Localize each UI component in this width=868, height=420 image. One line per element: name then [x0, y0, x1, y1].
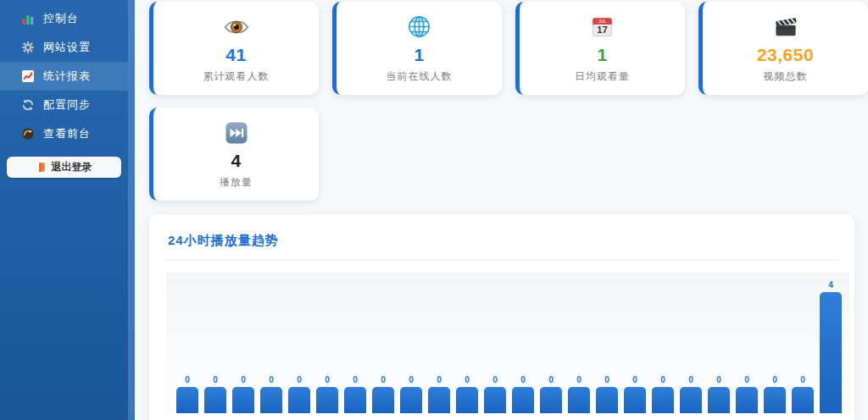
logout-button[interactable]: 退出登录: [7, 157, 121, 178]
bar-group: 0: [596, 375, 618, 413]
bar-group: 0: [512, 375, 534, 413]
bar-group: 0: [260, 375, 282, 413]
stat-label: 视频总数: [764, 69, 808, 84]
sidebar-item-label: 配置同步: [43, 97, 91, 113]
chart-divider: [166, 260, 837, 261]
stat-value: 23,650: [757, 45, 814, 65]
bar-value-label: 0: [185, 375, 190, 384]
sidebar-item-label: 控制台: [43, 11, 79, 26]
stat-label: 播放量: [220, 175, 253, 190]
globe-icon: [406, 14, 432, 41]
bar: [288, 387, 310, 413]
stat-value: 4: [231, 151, 241, 171]
sidebar-item-label: 网站设置: [43, 40, 91, 55]
stat-cards-row-1: 41 累计观看人数 1 当前在线人数: [149, 2, 868, 95]
bar-group: 0: [372, 375, 394, 413]
stat-cards-row-2: 4 播放量: [149, 108, 868, 201]
bar-chart: 000000000000000000000004: [166, 273, 849, 413]
sidebar-item-config-sync[interactable]: 配置同步: [0, 91, 128, 119]
admin-dashboard: 控制台: [0, 0, 868, 420]
bar: [624, 387, 646, 413]
sidebar-item-statistics[interactable]: 统计报表: [0, 62, 128, 91]
bar-group: 0: [176, 375, 198, 413]
bar-group: 0: [624, 375, 646, 413]
sidebar-item-site-settings[interactable]: 网站设置: [0, 33, 128, 62]
bar-value-label: 0: [772, 375, 777, 384]
stat-card-online-users: 1 当前在线人数: [332, 2, 502, 95]
bar-group: 0: [400, 375, 422, 413]
bar: [428, 387, 450, 413]
bar: [204, 387, 226, 413]
bar-group: 0: [708, 375, 730, 413]
bar-group: 0: [540, 375, 562, 413]
sidebar: 控制台: [0, 0, 128, 420]
chart-title: 24小时播放量趋势: [149, 214, 854, 260]
bar-value-label: 0: [325, 375, 330, 384]
bar: [260, 387, 282, 413]
bar-value-label: 0: [632, 375, 637, 384]
bar-group: 0: [484, 375, 506, 413]
bar-value-label: 0: [353, 375, 358, 384]
next-track-icon: [224, 119, 249, 146]
view-site-icon: [21, 127, 35, 141]
bar: [176, 387, 198, 413]
bar: [540, 387, 562, 413]
bar-value-label: 0: [409, 375, 414, 384]
bar-value-label: 0: [269, 375, 274, 384]
bar: [232, 387, 254, 413]
bar-group: 0: [568, 375, 590, 413]
chart-card: 24小时播放量趋势 000000000000000000000004: [149, 214, 854, 420]
stat-card-play-count: 4 播放量: [149, 108, 319, 201]
bar-value-label: 0: [744, 375, 749, 384]
bar: [316, 387, 338, 413]
bar-group: 0: [456, 375, 478, 413]
bar: [680, 387, 702, 413]
bar: [764, 387, 786, 413]
bar: [792, 387, 814, 413]
bar: [708, 387, 730, 413]
bar: [456, 387, 478, 413]
svg-text:JUL: JUL: [598, 19, 606, 24]
bar-group: 0: [680, 375, 702, 413]
bar-group: 0: [232, 375, 254, 413]
bar-group: 0: [344, 375, 366, 413]
logout-button-label: 退出登录: [52, 160, 92, 174]
main-content: 41 累计观看人数 1 当前在线人数: [135, 0, 868, 420]
bar-group: 0: [736, 375, 758, 413]
bar-value-label: 0: [604, 375, 609, 384]
bar-value-label: 0: [716, 375, 721, 384]
bar-group: 0: [204, 375, 226, 413]
bar-value-label: 0: [465, 375, 470, 384]
sidebar-item-label: 统计报表: [43, 69, 91, 84]
bar: [512, 387, 534, 413]
stat-label: 当前在线人数: [387, 69, 453, 84]
bar: [372, 387, 394, 413]
bar-value-label: 0: [688, 375, 693, 384]
line-chart-icon: [21, 69, 35, 83]
bar-group: 0: [428, 375, 450, 413]
bar: [596, 387, 618, 413]
stat-value: 1: [597, 45, 607, 65]
stat-label: 日均观看量: [575, 69, 630, 84]
stat-label: 累计观看人数: [203, 69, 270, 84]
bar: [344, 387, 366, 413]
sidebar-item-label: 查看前台: [43, 126, 91, 141]
bar-value-label: 0: [297, 375, 302, 384]
stat-card-daily-views: JUL 17 1 日均观看量: [515, 2, 685, 95]
bar-group: 0: [288, 375, 310, 413]
bar-group: 4: [820, 280, 842, 413]
bar-value-label: 0: [492, 375, 498, 384]
stat-value: 41: [225, 45, 246, 65]
bar: [568, 387, 590, 413]
bar: [400, 387, 422, 413]
bar-value-label: 0: [548, 375, 554, 384]
bar-value-label: 4: [828, 280, 833, 290]
sidebar-item-console[interactable]: 控制台: [0, 4, 128, 33]
stat-card-total-videos: 23,650 视频总数: [698, 2, 868, 95]
bar-value-label: 0: [381, 375, 386, 384]
sidebar-item-view-frontend[interactable]: 查看前台: [0, 119, 128, 148]
bar-value-label: 0: [800, 375, 805, 384]
bar: [820, 292, 842, 413]
bar-value-label: 0: [437, 375, 442, 384]
calendar-icon: JUL 17: [589, 14, 615, 41]
